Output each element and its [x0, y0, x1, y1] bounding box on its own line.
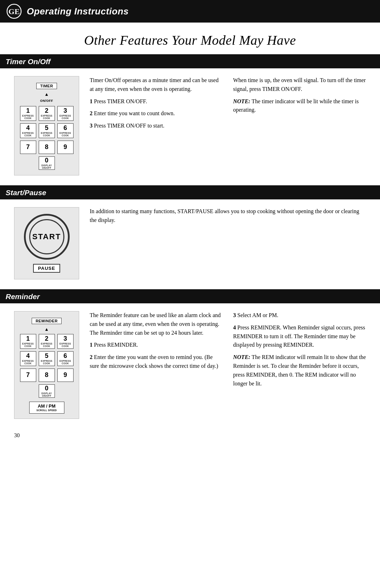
rem-step3-text: Select AM or PM. — [236, 312, 278, 318]
reminder-step2: 2 Enter the time you want the oven to re… — [90, 353, 223, 371]
timer-step3-text: Press TIMER ON/OFF to start. — [93, 123, 164, 129]
page-number: 30 — [0, 429, 380, 442]
rem-key-0[interactable]: 0DISPLAY ON/OFF — [39, 384, 55, 398]
timer-section-header: Timer On/Off — [0, 55, 380, 68]
timer-text-area: Timer On/Off operates as a minute timer … — [90, 76, 366, 134]
rem-key-3[interactable]: 3EXPRESS COOK — [57, 334, 74, 349]
timer-section: Timer On/Off TIMER ▲ ON/OFF 1EXPRESS COO… — [0, 54, 380, 185]
reminder-step4: 4 Press REMINDER. When Reminder signal o… — [233, 323, 366, 349]
page-title: Other Features Your Model May Have — [14, 32, 366, 48]
key-1[interactable]: 1EXPRESS COOK — [20, 106, 36, 121]
start-pause-section: Start/Pause START PAUSE In addition to s… — [0, 185, 380, 289]
reminder-step3: 3 Select AM or PM. — [233, 311, 366, 320]
start-section-header: Start/Pause — [0, 186, 380, 199]
timer-intro: Timer On/Off operates as a minute timer … — [90, 76, 223, 94]
start-panel: START PAUSE — [14, 207, 79, 279]
key-5[interactable]: 5EXPRESS COOK — [39, 123, 55, 138]
header-bar: GE Operating Instructions — [0, 0, 380, 23]
rem-step2-text: Enter the time you want the oven to remi… — [90, 354, 218, 369]
ampm-button[interactable]: AM / PM SCROLL SPEED — [29, 402, 64, 414]
rem-key-5[interactable]: 5EXPRESS COOK — [39, 351, 55, 366]
reminder-keypad: REMINDER ▲ 1EXPRESS COOK 2EXPRESS COOK 3… — [14, 311, 79, 419]
header-title: Operating Instructions — [27, 6, 129, 17]
reminder-section: Reminder REMINDER ▲ 1EXPRESS COOK 2EXPRE… — [0, 289, 380, 429]
key-6[interactable]: 6EXPRESS COOK — [57, 123, 74, 138]
key-8[interactable]: 8 — [39, 141, 55, 154]
timer-title: Timer On/Off — [6, 57, 51, 66]
rem-key-6[interactable]: 6EXPRESS COOK — [57, 351, 74, 366]
reminder-title: Reminder — [6, 292, 40, 301]
key-2[interactable]: 2EXPRESS COOK — [39, 106, 55, 121]
reminder-col1: The Reminder feature can be used like an… — [90, 311, 223, 391]
reminder-keypad-row-3: 7 8 9 — [20, 369, 74, 382]
start-title: Start/Pause — [6, 188, 46, 197]
rem-step4-num: 4 — [233, 324, 236, 330]
reminder-arrow-icon: ▲ — [44, 327, 49, 332]
rem-step2-num: 2 — [90, 354, 93, 360]
timer-note-label: NOTE: — [233, 98, 251, 104]
reminder-section-header: Reminder — [0, 290, 380, 303]
rem-step1-text: Press REMINDER. — [93, 342, 138, 348]
timer-step1-num: 1 — [90, 98, 93, 104]
timer-col2-p1: When time is up, the oven will signal. T… — [233, 76, 366, 94]
start-body: START PAUSE In addition to starting many… — [0, 199, 380, 289]
start-label: START — [32, 232, 61, 241]
timer-col1: Timer On/Off operates as a minute timer … — [90, 76, 223, 134]
timer-keypad-label: TIMER — [36, 83, 57, 89]
rem-key-8[interactable]: 8 — [39, 369, 55, 382]
rem-step3-num: 3 — [233, 312, 236, 318]
timer-col2: When time is up, the oven will signal. T… — [233, 76, 366, 134]
svg-text:GE: GE — [8, 7, 20, 16]
timer-step2: 2 Enter time you want to count down. — [90, 109, 223, 118]
rem-step4-text: Press REMINDER. When Reminder signal occ… — [233, 324, 365, 348]
timer-arrow-icon: ▲ — [44, 92, 49, 97]
timer-step2-num: 2 — [90, 110, 93, 116]
rem-key-1[interactable]: 1EXPRESS COOK — [20, 334, 36, 349]
timer-note-text: The timer indicator will be lit while th… — [233, 98, 359, 113]
reminder-keypad-label: REMINDER — [32, 318, 62, 324]
reminder-col2: 3 Select AM or PM. 4 Press REMINDER. Whe… — [233, 311, 366, 391]
ampm-sub: SCROLL SPEED — [37, 409, 57, 411]
timer-body: TIMER ▲ ON/OFF 1EXPRESS COOK 2EXPRESS CO… — [0, 68, 380, 185]
reminder-note: NOTE: The REM indicator will remain lit … — [233, 353, 366, 388]
timer-keypad-row-3: 7 8 9 — [20, 141, 74, 154]
timer-step3: 3 Press TIMER ON/OFF to start. — [90, 122, 223, 130]
reminder-text-area: The Reminder feature can be used like an… — [90, 311, 366, 391]
start-text: In addition to starting many functions, … — [90, 207, 366, 228]
key-7[interactable]: 7 — [20, 141, 36, 154]
reminder-note-text: The REM indicator will remain lit to sho… — [233, 354, 366, 386]
reminder-keypad-row-4: 0DISPLAY ON/OFF — [39, 384, 55, 398]
timer-note: NOTE: The timer indicator will be lit wh… — [233, 97, 366, 115]
ge-logo-icon: GE — [6, 4, 22, 19]
reminder-body: REMINDER ▲ 1EXPRESS COOK 2EXPRESS COOK 3… — [0, 303, 380, 429]
key-3[interactable]: 3EXPRESS COOK — [57, 106, 74, 121]
rem-step1-num: 1 — [90, 342, 93, 348]
rem-key-2[interactable]: 2EXPRESS COOK — [39, 334, 55, 349]
reminder-note-label: NOTE: — [233, 354, 251, 360]
timer-keypad-row-2: 4EXPRESS COOK 5EXPRESS COOK 6EXPRESS COO… — [20, 123, 74, 138]
rem-key-7[interactable]: 7 — [20, 369, 36, 382]
reminder-step1: 1 Press REMINDER. — [90, 341, 223, 349]
timer-keypad-row-4: 0DISPLAY ON/OFF — [39, 156, 55, 170]
start-description: In addition to starting many functions, … — [90, 207, 366, 225]
timer-keypad-sublabel: ON/OFF — [40, 99, 53, 103]
key-9[interactable]: 9 — [57, 141, 74, 154]
ampm-label: AM / PM — [38, 404, 56, 409]
timer-keypad-row-1: 1EXPRESS COOK 2EXPRESS COOK 3EXPRESS COO… — [20, 106, 74, 121]
timer-step2-text: Enter time you want to count down. — [93, 110, 175, 116]
pause-button[interactable]: PAUSE — [33, 264, 60, 273]
timer-keypad: TIMER ▲ ON/OFF 1EXPRESS COOK 2EXPRESS CO… — [14, 76, 79, 175]
key-4[interactable]: 4EXPRESS COOK — [20, 123, 36, 138]
timer-step3-num: 3 — [90, 123, 93, 129]
key-0[interactable]: 0DISPLAY ON/OFF — [39, 156, 55, 170]
timer-step1: 1 Press TIMER ON/OFF. — [90, 97, 223, 106]
rem-key-9[interactable]: 9 — [57, 369, 74, 382]
start-circle-outer: START — [24, 214, 70, 260]
timer-step1-text: Press TIMER ON/OFF. — [93, 98, 147, 104]
reminder-intro: The Reminder feature can be used like an… — [90, 311, 223, 337]
reminder-keypad-row-2: 4EXPRESS COOK 5EXPRESS COOK 6EXPRESS COO… — [20, 351, 74, 366]
rem-key-4[interactable]: 4EXPRESS COOK — [20, 351, 36, 366]
reminder-keypad-row-1: 1EXPRESS COOK 2EXPRESS COOK 3EXPRESS COO… — [20, 334, 74, 349]
start-circle-inner: START — [29, 219, 64, 254]
